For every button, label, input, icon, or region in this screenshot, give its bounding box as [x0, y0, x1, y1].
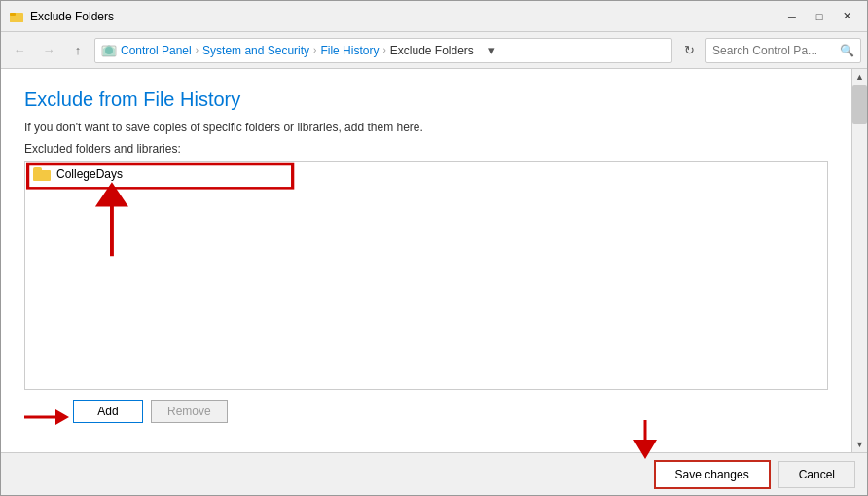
list-item[interactable]: CollegeDays: [25, 162, 827, 186]
forward-button[interactable]: →: [36, 38, 61, 63]
content-area: Exclude from File History If you don't w…: [1, 69, 867, 452]
address-bar[interactable]: Control Panel › System and Security › Fi…: [94, 38, 672, 63]
main-content: Exclude from File History If you don't w…: [1, 69, 851, 452]
scroll-thumb[interactable]: [852, 85, 867, 124]
right-arrow-annotation: [22, 400, 71, 435]
breadcrumb-exclude-folders: Exclude Folders: [390, 44, 474, 57]
title-bar: Exclude Folders ─ □ ✕: [1, 1, 867, 32]
svg-marker-11: [633, 440, 657, 459]
svg-point-4: [105, 47, 113, 54]
back-button[interactable]: ←: [7, 38, 32, 63]
scroll-track: [852, 85, 867, 437]
sep3: ›: [382, 45, 385, 55]
svg-rect-1: [10, 15, 23, 22]
window-controls: ─ □ ✕: [779, 7, 859, 26]
window-icon: [9, 9, 24, 24]
folder-name: CollegeDays: [56, 167, 123, 181]
annotation-overlay: [25, 162, 827, 389]
page-title: Exclude from File History: [24, 89, 828, 111]
up-button[interactable]: ↑: [65, 38, 90, 63]
minimize-button[interactable]: ─: [779, 7, 805, 26]
folder-icon: [33, 166, 51, 182]
folders-wrapper: CollegeDays: [24, 161, 828, 437]
window-title: Exclude Folders: [30, 10, 779, 23]
sep2: ›: [313, 45, 316, 55]
section-label: Excluded folders and libraries:: [24, 142, 828, 156]
add-button[interactable]: Add: [73, 400, 143, 423]
close-button[interactable]: ✕: [834, 7, 859, 26]
search-box[interactable]: 🔍: [705, 38, 861, 63]
cancel-button[interactable]: Cancel: [778, 461, 855, 488]
bottom-bar: Save changes Cancel: [1, 452, 867, 495]
sep1: ›: [196, 45, 199, 55]
scroll-up-button[interactable]: ▲: [852, 69, 867, 85]
breadcrumb-system-security[interactable]: System and Security: [202, 44, 309, 57]
maximize-button[interactable]: □: [807, 7, 832, 26]
remove-button: Remove: [151, 400, 228, 423]
svg-marker-9: [55, 409, 69, 425]
svg-rect-2: [10, 13, 16, 16]
buttons-row: Add Remove: [24, 400, 828, 423]
path-icon: [101, 43, 117, 58]
svg-marker-7: [95, 182, 128, 206]
nav-bar: ← → ↑ Control Panel › System and Securit…: [1, 32, 867, 69]
scrollbar: ▲ ▼: [851, 69, 867, 452]
search-input[interactable]: [712, 44, 840, 57]
down-arrow-annotation: [616, 418, 674, 461]
search-icon: 🔍: [840, 44, 854, 57]
save-button[interactable]: Save changes: [654, 460, 771, 489]
page-description: If you don't want to save copies of spec…: [24, 121, 828, 134]
refresh-button[interactable]: ↻: [676, 38, 702, 63]
path-dropdown-button[interactable]: ▾: [482, 40, 503, 61]
folders-list[interactable]: CollegeDays: [24, 161, 828, 390]
window: Exclude Folders ─ □ ✕ ← → ↑ Control Pane…: [0, 0, 868, 496]
breadcrumb-file-history[interactable]: File History: [320, 44, 379, 57]
breadcrumb-control-panel[interactable]: Control Panel: [121, 44, 192, 57]
scroll-down-button[interactable]: ▼: [852, 437, 867, 452]
